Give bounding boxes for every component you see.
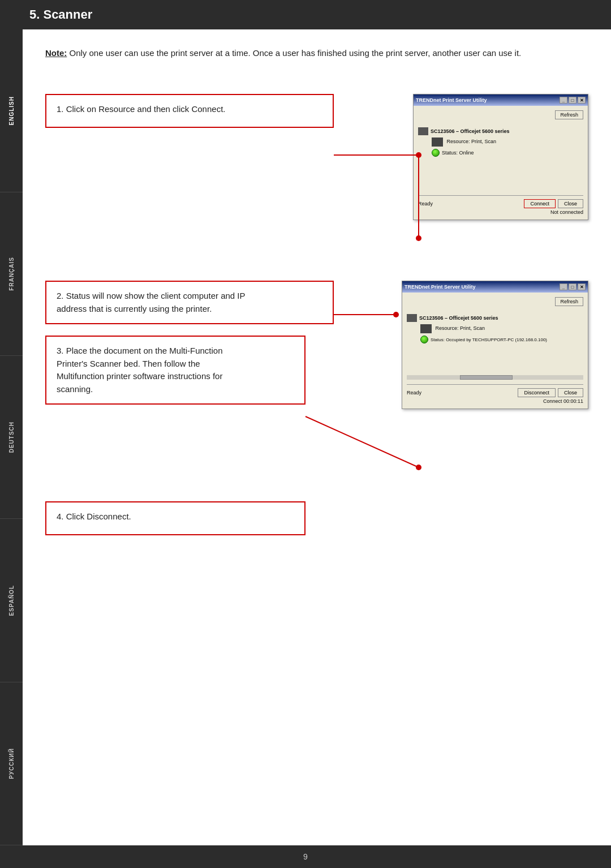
- screenshot2-titlebar: TRENDnet Print Server Utility _ □ ✕: [402, 281, 588, 293]
- screenshot-1: TRENDnet Print Server Utility _ □ ✕ Refr…: [413, 94, 588, 220]
- lang-espanol-label: ESPAÑOL: [8, 585, 15, 616]
- screenshot1-refresh-btn[interactable]: Refresh: [555, 110, 583, 119]
- screenshot2-close-btn[interactable]: Close: [558, 388, 583, 397]
- step3-box: 3. Place the document on the Multi-Funct…: [45, 336, 306, 405]
- lang-english[interactable]: ENGLISH: [0, 29, 23, 192]
- step3-line1: 3. Place the document on the Multi-Funct…: [57, 346, 223, 355]
- printer-icon-2: [420, 324, 432, 333]
- note-label: Note:: [45, 48, 67, 58]
- screenshot2-status-bar-right: Connect 00:00:11: [543, 398, 583, 404]
- screenshot1-status-bar-right: Not connected: [550, 209, 583, 215]
- screenshot1-resource: Resource: Print, Scan: [447, 139, 497, 144]
- screenshot2-refresh-btn[interactable]: Refresh: [555, 297, 583, 306]
- screenshot1-device: SC123506 – Officejet 5600 series: [431, 128, 510, 134]
- screenshot1-status: Status: Online: [442, 150, 474, 156]
- step2-box: 2. Status will now show the client compu…: [45, 281, 334, 324]
- screenshot1-title: TRENDnet Print Server Utility: [416, 97, 487, 103]
- lang-deutsch[interactable]: DEUTSCH: [0, 356, 23, 519]
- note-section: Note: Only one user can use the print se…: [45, 46, 588, 60]
- titlebar-buttons: _ □ ✕: [560, 97, 586, 104]
- svg-point-7: [416, 465, 421, 470]
- screenshot2-status-row: Status: Occupied by TECHSUPPORT-PC (192.…: [420, 336, 583, 343]
- screenshot1-connect-btn[interactable]: Connect: [524, 199, 556, 208]
- minimize-btn[interactable]: _: [560, 97, 567, 104]
- screenshot2-device: SC123506 – Officejet 5600 series: [419, 315, 498, 321]
- maximize-btn-2[interactable]: □: [569, 283, 576, 290]
- svg-point-3: [416, 235, 421, 241]
- screenshot2-status-bar-left: Ready: [407, 390, 421, 396]
- screenshot2-device-row: SC123506 – Officejet 5600 series: [407, 314, 583, 322]
- maximize-btn[interactable]: □: [569, 97, 576, 104]
- minimize-btn-2[interactable]: _: [560, 283, 567, 290]
- scrollbar-thumb: [460, 375, 513, 380]
- lang-russian-label: РУССКИЙ: [8, 748, 15, 779]
- status-occupied-icon: [420, 336, 428, 343]
- screenshot1-footer-buttons: Connect Close: [524, 199, 583, 208]
- step3-line2: Printer's Scanner bed. Then follow the: [57, 359, 200, 368]
- screenshot2-scrollbar[interactable]: [407, 375, 583, 380]
- screenshot2-resource-row: Resource: Print, Scan: [420, 324, 583, 333]
- lang-russian[interactable]: РУССКИЙ: [0, 682, 23, 845]
- header-bar: 5. Scanner: [0, 0, 611, 29]
- language-sidebar: ENGLISH FRANÇAIS DEUTSCH ESPAÑOL РУССКИЙ: [0, 29, 23, 845]
- section-step1: TRENDnet Print Server Utility _ □ ✕ Refr…: [45, 94, 588, 275]
- close-btn-titlebar[interactable]: ✕: [578, 97, 586, 104]
- main-content: Note: Only one user can use the print se…: [23, 29, 611, 654]
- screenshot2-title: TRENDnet Print Server Utility: [405, 284, 476, 290]
- step2-line1: 2. Status will now show the client compu…: [57, 291, 246, 300]
- screenshot2-body: Refresh SC123506 – Officejet 5600 series…: [402, 293, 588, 409]
- screenshot1-body: Refresh SC123506 – Officejet 5600 series…: [414, 106, 588, 220]
- lang-espanol[interactable]: ESPAÑOL: [0, 519, 23, 682]
- screenshot1-resource-row: Resource: Print, Scan: [432, 137, 583, 147]
- printer-small-icon: [418, 127, 428, 135]
- page-title: 5. Scanner: [29, 7, 92, 22]
- lang-english-label: ENGLISH: [8, 96, 15, 125]
- svg-point-5: [393, 312, 399, 317]
- status-online-icon: [432, 149, 440, 157]
- section-step4: 4. Click Disconnect.: [45, 501, 588, 615]
- step2-line2: address that is currently using the prin…: [57, 304, 212, 313]
- step1-text: 1. Click on Resource and then click Conn…: [57, 104, 225, 114]
- step3-line3: Multifunction printer software instructi…: [57, 371, 222, 381]
- screenshot2-resource: Resource: Print, Scan: [436, 325, 485, 331]
- screenshot1-status-row: Status: Online: [432, 149, 583, 157]
- titlebar2-buttons: _ □ ✕: [560, 283, 586, 290]
- lang-francais-label: FRANÇAIS: [8, 257, 15, 291]
- screenshot2-status: Status: Occupied by TECHSUPPORT-PC (192.…: [431, 337, 547, 342]
- screenshot1-device-row: SC123506 – Officejet 5600 series: [418, 127, 583, 135]
- svg-line-6: [306, 416, 419, 467]
- screenshot1-close-btn[interactable]: Close: [558, 199, 583, 208]
- lang-francais[interactable]: FRANÇAIS: [0, 192, 23, 355]
- lang-deutsch-label: DEUTSCH: [8, 422, 15, 453]
- screenshot2-footer: Ready Disconnect Close: [407, 384, 583, 397]
- section-step2-3: TRENDnet Print Server Utility _ □ ✕ Refr…: [45, 281, 588, 490]
- step4-text: 4. Click Disconnect.: [57, 512, 131, 521]
- step1-box: 1. Click on Resource and then click Conn…: [45, 94, 334, 128]
- screenshot2-footer-buttons: Disconnect Close: [518, 388, 583, 397]
- page-number: 9: [303, 852, 308, 861]
- screenshot-2: TRENDnet Print Server Utility _ □ ✕ Refr…: [402, 281, 588, 409]
- footer-bar: 9: [0, 845, 611, 868]
- printer-icon: [432, 137, 443, 147]
- screenshot2-disconnect-btn[interactable]: Disconnect: [518, 388, 556, 397]
- screenshot1-status-bar-left: Ready: [418, 201, 433, 207]
- close-btn-titlebar-2[interactable]: ✕: [578, 283, 586, 290]
- step3-line4: scanning.: [57, 384, 93, 394]
- screenshot1-titlebar: TRENDnet Print Server Utility _ □ ✕: [414, 94, 588, 106]
- screenshot1-footer: Ready Connect Close: [418, 195, 583, 208]
- note-text: Only one user can use the print server a…: [67, 48, 521, 58]
- step4-box: 4. Click Disconnect.: [45, 501, 306, 535]
- printer-small-icon-2: [407, 314, 417, 322]
